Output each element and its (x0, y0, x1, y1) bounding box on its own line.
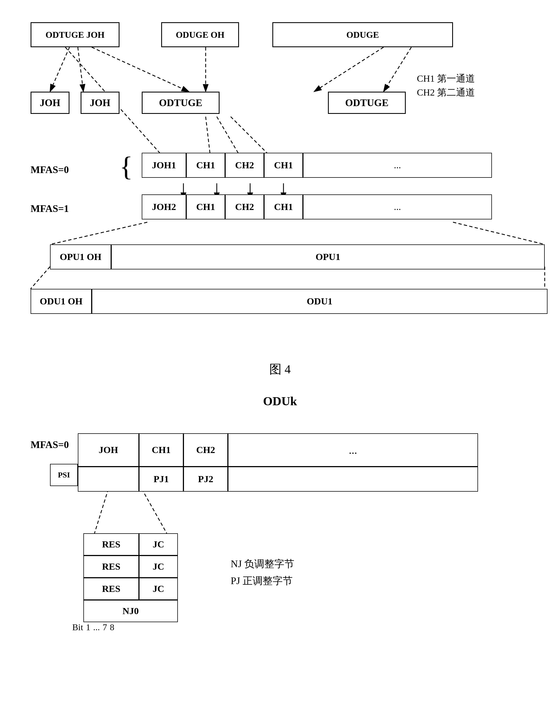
svg-line-15 (50, 222, 147, 245)
opu1-oh-cell: OPU1 OH (50, 245, 111, 270)
bit-1: 1 (86, 622, 90, 632)
odtuge1-box: ODTUGE (142, 92, 220, 114)
opu1-cell: OPU1 (111, 245, 545, 270)
fig5-pj2-cell: PJ2 (183, 467, 228, 492)
psi-cell: PSI (50, 464, 78, 486)
joh1-box: JOH (31, 92, 69, 114)
nj-pj-legend: NJ 负调整字节 PJ 正调整字节 (231, 555, 294, 589)
jc2-cell: JC (139, 555, 178, 578)
svg-line-5 (314, 47, 384, 92)
ch1-cell2: CH1 (264, 153, 303, 178)
fig5-title: ODUk (22, 394, 538, 408)
dots2: ... (303, 195, 492, 220)
fig5-mfas0-label: MFAS=0 (31, 439, 69, 450)
svg-line-16 (453, 222, 545, 245)
ch2-cell1: CH2 (225, 153, 264, 178)
odu1-oh-cell: ODU1 OH (31, 289, 92, 314)
bit-dots: ... (93, 622, 100, 632)
res3-cell: RES (83, 578, 139, 600)
bit-label: Bit (72, 622, 83, 632)
svg-line-1 (50, 47, 69, 92)
nj-label: NJ 负调整字节 (231, 555, 294, 572)
joh2-cell: JOH2 (142, 195, 186, 220)
brace-symbol: { (120, 153, 133, 181)
ch1-cell1: CH1 (186, 153, 225, 178)
jc1-cell: JC (139, 533, 178, 555)
fig5-ch2-cell: CH2 (183, 433, 228, 467)
odtuge-joh-box: ODTUGE JOH (31, 22, 120, 47)
figure5-diagram: MFAS=0 PSI JOH CH1 CH2 ... PJ1 PJ2 RES J… (22, 416, 550, 722)
odu1-cell: ODU1 (92, 289, 547, 314)
bit-7: 7 (103, 622, 107, 632)
ch1-cell4: CH1 (264, 195, 303, 220)
svg-line-17 (31, 267, 50, 289)
mfas0-label: MFAS=0 (31, 164, 69, 176)
oduge-box: ODUGE (272, 22, 453, 47)
fig5-joh-cell: JOH (78, 433, 139, 467)
figure4-diagram: ODTUGE JOH ODUGE OH ODUGE JOH JOH ODTUGE… (22, 17, 550, 350)
res2-cell: RES (83, 555, 139, 578)
fig5-dots: ... (228, 433, 478, 467)
svg-line-19 (94, 489, 108, 533)
ch1-legend: CH1 第一通道 (417, 72, 475, 85)
joh1-cell: JOH1 (142, 153, 186, 178)
fig5-joh-lower (78, 467, 139, 492)
jc3-cell: JC (139, 578, 178, 600)
svg-line-20 (142, 489, 167, 533)
joh2-box: JOH (81, 92, 120, 114)
bit-8: 8 (110, 622, 114, 632)
svg-line-3 (92, 47, 189, 92)
fig5-ch1-cell: CH1 (139, 433, 183, 467)
svg-line-2 (78, 47, 83, 92)
res1-cell: RES (83, 533, 139, 555)
fig5-lower-rest (228, 467, 478, 492)
odtuge2-box: ODTUGE (328, 92, 406, 114)
mfas1-label: MFAS=1 (31, 203, 69, 215)
fig4-label: 图 4 (22, 361, 538, 377)
ch2-cell2: CH2 (225, 195, 264, 220)
fig5-pj1-cell: PJ1 (139, 467, 183, 492)
dots1: ... (303, 153, 492, 178)
nj0-cell: NJ0 (83, 600, 178, 622)
oduge-oh-box: ODUGE OH (161, 22, 239, 47)
ch1-cell3: CH1 (186, 195, 225, 220)
ch2-legend: CH2 第二通道 (417, 86, 475, 99)
pj-label: PJ 正调整字节 (231, 572, 294, 589)
svg-line-6 (384, 47, 411, 92)
